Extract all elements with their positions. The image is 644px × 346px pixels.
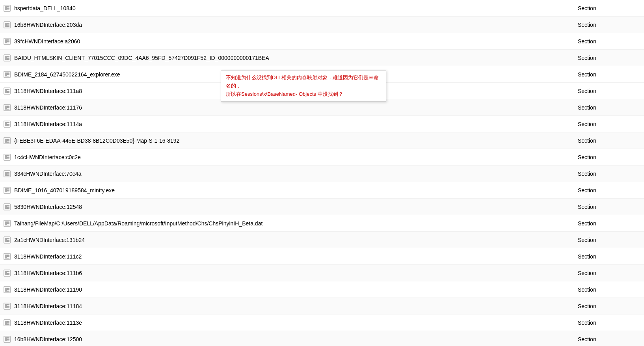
section-icon: [3, 335, 11, 343]
svg-rect-76: [5, 255, 7, 259]
list-item[interactable]: 3118HWNDInterface:1113eSection: [0, 314, 644, 331]
svg-rect-57: [7, 188, 9, 190]
svg-rect-23: [7, 74, 9, 75]
list-item[interactable]: 5830HWNDInterface:12548Section: [0, 199, 644, 215]
section-list: hsperfdata_DELL_10840Section 16b8HWNDInt…: [0, 0, 644, 346]
section-icon: [3, 286, 11, 294]
section-icon: [3, 236, 11, 244]
section-icon: [3, 253, 11, 260]
item-type: Section: [578, 154, 641, 160]
item-name: 3118HWNDInterface:111c2: [14, 253, 578, 260]
item-type: Section: [578, 55, 641, 61]
svg-rect-2: [7, 6, 9, 7]
list-item[interactable]: 3118HWNDInterface:111b6Section: [0, 265, 644, 281]
item-type: Section: [578, 38, 641, 45]
section-icon: [3, 269, 11, 277]
item-type: Section: [578, 22, 641, 28]
svg-rect-97: [7, 321, 9, 322]
svg-rect-42: [7, 139, 9, 140]
svg-rect-3: [7, 8, 9, 9]
svg-rect-74: [7, 241, 9, 242]
svg-rect-88: [7, 289, 9, 290]
item-type: Section: [578, 303, 641, 309]
svg-rect-14: [7, 43, 9, 43]
item-name: 3118HWNDInterface:1113e: [14, 320, 578, 326]
svg-rect-83: [7, 273, 9, 274]
svg-rect-77: [7, 255, 9, 256]
item-type: Section: [578, 204, 641, 210]
item-type: Section: [578, 336, 641, 342]
item-name: 16b8HWNDInterface:12500: [14, 336, 578, 342]
svg-rect-1: [5, 6, 7, 10]
item-type: Section: [578, 237, 641, 243]
list-item[interactable]: BDIME_2184_627450022164_explorer.exeSect…: [0, 66, 644, 83]
item-type: Section: [578, 253, 641, 260]
svg-rect-63: [7, 206, 9, 208]
list-item[interactable]: 39fcHWNDInterface:a2060Section: [0, 33, 644, 50]
item-name: 3118HWNDInterface:111b6: [14, 270, 578, 276]
svg-rect-66: [5, 221, 7, 225]
item-name: BAIDU_HTMLSKIN_CLIENT_77015CCC_09DC_4AA6…: [14, 55, 578, 61]
svg-rect-31: [5, 106, 7, 110]
section-icon: [3, 319, 11, 327]
item-name: 3118HWNDInterface:1114a: [14, 121, 578, 127]
svg-rect-78: [7, 256, 9, 257]
svg-rect-33: [7, 107, 9, 108]
list-item[interactable]: 3118HWNDInterface:11184Section: [0, 298, 644, 314]
item-type: Section: [578, 121, 641, 127]
svg-rect-72: [7, 238, 9, 239]
svg-rect-46: [5, 155, 7, 159]
item-name: 3118HWNDInterface:11184: [14, 303, 578, 309]
svg-rect-71: [5, 238, 7, 242]
svg-rect-32: [7, 106, 9, 107]
list-item[interactable]: 334cHWNDInterface:70c4aSection: [0, 166, 644, 182]
item-type: Section: [578, 88, 641, 94]
svg-rect-102: [7, 337, 9, 339]
svg-rect-64: [7, 208, 9, 209]
svg-rect-47: [7, 155, 9, 156]
list-item[interactable]: 2a1cHWNDInterface:131b24Section: [0, 232, 644, 248]
item-type: Section: [578, 320, 641, 326]
list-item[interactable]: 1c4cHWNDInterface:c0c2eSection: [0, 149, 644, 166]
svg-rect-99: [7, 324, 9, 325]
svg-rect-4: [7, 9, 9, 10]
svg-rect-28: [7, 91, 9, 92]
list-item[interactable]: hsperfdata_DELL_10840Section: [0, 0, 644, 17]
svg-rect-68: [7, 223, 9, 224]
list-item[interactable]: BAIDU_HTMLSKIN_CLIENT_77015CCC_09DC_4AA6…: [0, 50, 644, 66]
list-item[interactable]: 3118HWNDInterface:111c2Section: [0, 248, 644, 265]
section-icon: [3, 153, 11, 161]
item-type: Section: [578, 187, 641, 193]
svg-rect-12: [7, 39, 9, 41]
item-name: 1c4cHWNDInterface:c0c2e: [14, 154, 578, 160]
svg-rect-49: [7, 158, 9, 159]
list-item[interactable]: 3118HWNDInterface:11176Section: [0, 99, 644, 116]
svg-rect-56: [5, 188, 7, 192]
svg-rect-104: [7, 340, 9, 341]
svg-rect-19: [7, 59, 9, 60]
item-name: 334cHWNDInterface:70c4a: [14, 171, 578, 177]
svg-rect-82: [7, 271, 9, 272]
list-item[interactable]: 3118HWNDInterface:111a8Section: [0, 83, 644, 99]
list-item[interactable]: 3118HWNDInterface:1114aSection: [0, 116, 644, 132]
section-icon: [3, 37, 11, 45]
section-icon: [3, 21, 11, 29]
list-item[interactable]: Taihang/FileMap/C:/Users/DELL/AppData/Ro…: [0, 215, 644, 232]
svg-rect-26: [5, 89, 7, 93]
svg-rect-11: [5, 39, 7, 43]
list-item[interactable]: 16b8HWNDInterface:203daSection: [0, 17, 644, 33]
section-icon: [3, 4, 11, 12]
svg-rect-48: [7, 157, 9, 158]
svg-rect-9: [7, 26, 9, 27]
svg-rect-73: [7, 240, 9, 241]
list-item[interactable]: 16b8HWNDInterface:12500Section: [0, 331, 644, 346]
list-item[interactable]: 3118HWNDInterface:11190Section: [0, 281, 644, 298]
svg-rect-13: [7, 41, 9, 42]
list-item[interactable]: {FEBE3F6E-EDAA-445E-BD38-8B12C0D03E50}-M…: [0, 132, 644, 149]
svg-rect-81: [5, 271, 7, 275]
section-icon: [3, 203, 11, 211]
svg-rect-24: [7, 76, 9, 76]
section-icon: [3, 54, 11, 62]
item-name: 3118HWNDInterface:11190: [14, 286, 578, 293]
list-item[interactable]: BDIME_1016_407019189584_mintty.exeSectio…: [0, 182, 644, 199]
